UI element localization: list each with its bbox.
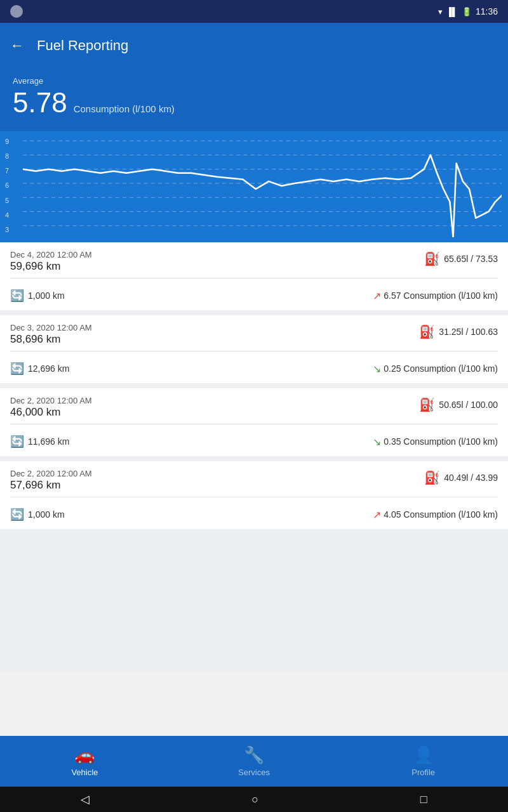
nav-profile[interactable]: 👤 Profile (338, 745, 508, 777)
y-label-7: 7 (5, 167, 9, 174)
y-label-8: 8 (5, 152, 9, 160)
nav-profile-label: Profile (411, 768, 435, 777)
back-system-button[interactable]: ◁ (81, 792, 90, 806)
entry-2-consumption: ↘ 0.25 Consumption (l/100 km) (373, 363, 498, 375)
fuel-chart: 9 8 7 6 5 4 3 (0, 131, 508, 242)
entry-1-consumption: ↗ 6.57 Consumption (l/100 km) (373, 290, 498, 302)
speedometer-icon-1: 🔄 (10, 289, 24, 303)
fuel-pump-icon-4: ⛽ (424, 470, 440, 485)
clock-label: 11:36 (476, 6, 498, 16)
fuel-entry-2: Dec 3, 2020 12:00 AM 58,696 km ⛽ 31.25l … (0, 315, 508, 383)
average-value-row: 5.78 Consumption (l/100 km) (13, 87, 495, 119)
entry-3-fuel: ⛽ 50.65l / 100.00 (419, 397, 498, 412)
average-unit: Consumption (l/100 km) (74, 103, 175, 114)
back-button[interactable]: ← (10, 37, 24, 54)
entry-4-distance: 🔄 1,000 km (10, 508, 65, 521)
entry-1-consumption-value: 6.57 Consumption (l/100 km) (384, 291, 498, 301)
services-icon: 🔧 (244, 745, 264, 765)
speedometer-icon-2: 🔄 (10, 362, 24, 376)
y-label-5: 5 (5, 197, 9, 204)
entry-1-date: Dec 4, 2020 12:00 AM (10, 250, 92, 259)
fuel-entry-4: Dec 2, 2020 12:00 AM 57,696 km ⛽ 40.49l … (0, 461, 508, 529)
fuel-pump-icon-1: ⛽ (424, 251, 440, 266)
entry-2-fuel: ⛽ 31.25l / 100.63 (419, 324, 498, 339)
entry-4-fuel: ⛽ 40.49l / 43.99 (424, 470, 498, 485)
entry-4-consumption: ↗ 4.05 Consumption (l/100 km) (373, 509, 498, 521)
entry-1-fuel-amount: 65.65l / 73.53 (444, 254, 498, 264)
average-label: Average (13, 76, 495, 86)
average-number: 5.78 (13, 87, 67, 119)
entry-3-fuel-amount: 50.65l / 100.00 (439, 400, 498, 410)
entry-4-consumption-value: 4.05 Consumption (l/100 km) (384, 509, 498, 520)
nav-services-label: Services (238, 768, 270, 777)
chart-svg (23, 138, 502, 237)
chart-y-axis: 9 8 7 6 5 4 3 (5, 138, 9, 233)
entry-3-consumption-value: 0.35 Consumption (l/100 km) (384, 436, 498, 447)
entry-2-distance-value: 12,696 km (28, 363, 69, 374)
fuel-pump-icon-3: ⛽ (419, 397, 435, 412)
y-label-6: 6 (5, 181, 9, 189)
profile-icon: 👤 (413, 745, 434, 765)
header-bar: ← Fuel Reporting (0, 23, 508, 69)
entries-list: Dec 4, 2020 12:00 AM 59,696 km ⛽ 65.65l … (0, 242, 508, 672)
entry-1-km: 59,696 km (10, 260, 92, 273)
speedometer-icon-4: 🔄 (10, 508, 24, 521)
entry-2-distance: 🔄 12,696 km (10, 362, 69, 376)
battery-icon: 🔋 (462, 7, 472, 16)
entry-2-fuel-amount: 31.25l / 100.63 (439, 327, 498, 337)
entry-4-km: 57,696 km (10, 479, 92, 492)
status-left (10, 5, 23, 18)
entry-1-fuel: ⛽ 65.65l / 73.53 (424, 251, 498, 266)
y-label-9: 9 (5, 138, 9, 145)
y-label-3: 3 (5, 226, 9, 233)
entry-3-consumption: ↘ 0.35 Consumption (l/100 km) (373, 436, 498, 448)
home-system-button[interactable]: ○ (251, 793, 258, 806)
trend-up-icon-1: ↗ (373, 290, 381, 302)
trend-up-icon-4: ↗ (373, 509, 381, 521)
bottom-nav: 🚗 Vehicle 🔧 Services 👤 Profile (0, 736, 508, 787)
recent-system-button[interactable]: □ (420, 793, 427, 806)
fuel-pump-icon-2: ⛽ (419, 324, 435, 339)
speedometer-icon-3: 🔄 (10, 435, 24, 449)
entry-3-distance-value: 11,696 km (28, 436, 69, 447)
fuel-entry-3: Dec 2, 2020 12:00 AM 46,000 km ⛽ 50.65l … (0, 388, 508, 456)
entry-1-distance: 🔄 1,000 km (10, 289, 65, 303)
y-label-4: 4 (5, 211, 9, 219)
status-right: ▾ ▐▌ 🔋 11:36 (438, 6, 498, 16)
nav-vehicle-label: Vehicle (71, 768, 98, 777)
entry-4-fuel-amount: 40.49l / 43.99 (444, 473, 498, 483)
entry-2-km: 58,696 km (10, 333, 92, 346)
summary-section: Average 5.78 Consumption (l/100 km) (0, 69, 508, 131)
trend-down-icon-3: ↘ (373, 436, 381, 448)
page-title: Fuel Reporting (37, 37, 128, 54)
signal-bars-icon: ▐▌ (446, 7, 458, 16)
system-bar: ◁ ○ □ (0, 787, 508, 812)
nav-services[interactable]: 🔧 Services (170, 745, 339, 777)
entry-4-date: Dec 2, 2020 12:00 AM (10, 469, 92, 478)
entry-3-date: Dec 2, 2020 12:00 AM (10, 396, 92, 405)
signal-icon (10, 5, 23, 18)
entry-1-distance-value: 1,000 km (28, 291, 65, 301)
nav-vehicle[interactable]: 🚗 Vehicle (0, 745, 170, 777)
entry-2-stats: 🔄 12,696 km ↘ 0.25 Consumption (l/100 km… (10, 357, 498, 378)
entry-4-distance-value: 1,000 km (28, 509, 65, 520)
entry-1-stats: 🔄 1,000 km ↗ 6.57 Consumption (l/100 km) (10, 284, 498, 305)
trend-down-icon-2: ↘ (373, 363, 381, 375)
entry-2-consumption-value: 0.25 Consumption (l/100 km) (384, 363, 498, 374)
entry-4-stats: 🔄 1,000 km ↗ 4.05 Consumption (l/100 km) (10, 502, 498, 524)
fuel-entry-1: Dec 4, 2020 12:00 AM 59,696 km ⛽ 65.65l … (0, 242, 508, 310)
entry-3-stats: 🔄 11,696 km ↘ 0.35 Consumption (l/100 km… (10, 429, 498, 451)
wifi-icon: ▾ (438, 7, 443, 16)
entry-3-distance: 🔄 11,696 km (10, 435, 69, 449)
entry-2-date: Dec 3, 2020 12:00 AM (10, 323, 92, 332)
status-bar: ▾ ▐▌ 🔋 11:36 (0, 0, 508, 23)
vehicle-icon: 🚗 (74, 745, 95, 765)
entry-3-km: 46,000 km (10, 406, 92, 419)
